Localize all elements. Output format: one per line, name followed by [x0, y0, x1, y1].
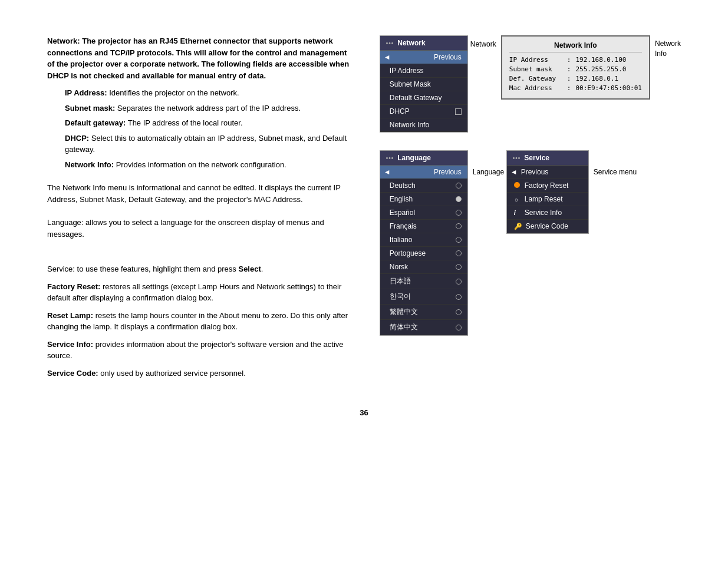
- subnet-mask-desc: Separates the network address part of th…: [115, 104, 301, 113]
- lang-norsk[interactable]: Norsk: [380, 260, 467, 274]
- service-menu-header: ••• Service: [507, 151, 588, 166]
- language-side-label: Language: [473, 150, 504, 176]
- lang-japanese[interactable]: 日本語: [380, 274, 467, 289]
- page-number: 36: [47, 408, 681, 417]
- deutsch-radio: [456, 183, 462, 189]
- subnet-mask-def: Subnet mask: Separates the network addre…: [65, 103, 356, 114]
- network-info-panel-title: Network Info: [509, 41, 642, 52]
- factory-reset-menu-label: Factory Reset: [525, 181, 569, 190]
- service-prev-label: Previous: [521, 168, 549, 176]
- prev-arrow: ◄: [384, 53, 391, 61]
- lang-korean[interactable]: 한국어: [380, 289, 467, 305]
- service-code-label: Service Code:: [47, 369, 98, 378]
- service-code-desc: only used by authorized service personne…: [98, 369, 246, 378]
- lang-espanol[interactable]: Español: [380, 206, 467, 220]
- network-menu-title: Network: [397, 39, 425, 47]
- prev-label: Previous: [434, 53, 462, 61]
- network-info-label: Network Info:: [65, 160, 114, 169]
- network-info-item[interactable]: Network Info: [380, 118, 467, 132]
- select-bold: Select: [238, 265, 261, 273]
- service-prev-item[interactable]: ◄ Previous: [507, 166, 588, 179]
- default-gateway-desc: The IP address of the local router.: [126, 118, 242, 127]
- default-gateway-label: Default gateway:: [65, 118, 126, 127]
- lang-prev-label: Previous: [434, 168, 462, 176]
- dhcp-checkbox[interactable]: [455, 108, 462, 115]
- info-row-gateway: Def. Gateway : 192.168.0.1: [509, 75, 642, 82]
- simp-chinese-radio: [456, 325, 462, 330]
- network-label: Network: The projector has an RJ45 Ether…: [47, 37, 349, 80]
- network-menu-box: ••• Network ◄ Previous IP Address Subnet…: [380, 35, 468, 133]
- english-radio: [456, 196, 462, 202]
- subnet-mask-label: Subnet mask:: [65, 104, 115, 113]
- menu-dots: •••: [386, 40, 394, 47]
- factory-reset-item[interactable]: Factory Reset: [507, 179, 588, 193]
- network-info-paragraph: The Network Info menu is informational a…: [47, 182, 356, 205]
- default-gateway-def: Default gateway: The IP address of the l…: [65, 117, 356, 129]
- network-gateway-item[interactable]: Default Gateway: [380, 91, 467, 105]
- lang-traditional-chinese[interactable]: 繁體中文: [380, 305, 467, 320]
- network-menu-header: ••• Network: [380, 36, 467, 51]
- network-intro-paragraph: Network: The projector has an RJ45 Ether…: [47, 35, 356, 81]
- language-menu-title: Language: [397, 154, 431, 162]
- info-icon: i: [514, 209, 521, 216]
- language-menu-header: ••• Language: [380, 151, 467, 166]
- service-code-def: Service Code: only used by authorized se…: [47, 368, 356, 379]
- espanol-radio: [456, 210, 462, 216]
- service-intro: Service: to use these features, highligh…: [47, 263, 356, 275]
- network-info-side-label: Network Info: [655, 35, 681, 59]
- language-paragraph: Language: allows you to select a languag…: [47, 217, 356, 240]
- lang-simplified-chinese[interactable]: 简体中文: [380, 320, 467, 335]
- language-menu-dots: •••: [386, 155, 394, 161]
- network-prev-item[interactable]: ◄ Previous: [380, 51, 467, 64]
- network-dhcp-item[interactable]: DHCP: [380, 105, 467, 118]
- service-info-menu-label: Service Info: [525, 209, 562, 217]
- service-menu-screenshot: ••• Service ◄ Previous Factory Reset ☼ L…: [506, 150, 637, 234]
- service-code-item[interactable]: 🔑 Service Code: [507, 220, 588, 233]
- service-info-item[interactable]: i Service Info: [507, 206, 588, 220]
- dhcp-desc: Select this to automatically obtain an I…: [65, 134, 347, 154]
- info-row-ip: IP Address : 192.168.0.100: [509, 56, 642, 64]
- francais-radio: [456, 223, 462, 229]
- diagrams-column: ••• Network ◄ Previous IP Address Subnet…: [380, 35, 681, 385]
- lamp-reset-item[interactable]: ☼ Lamp Reset: [507, 193, 588, 206]
- service-prev-arrow: ◄: [510, 168, 518, 176]
- service-menu-dots: •••: [513, 155, 521, 161]
- network-ip-item[interactable]: IP Address: [380, 64, 467, 78]
- service-info-label: Service Info:: [47, 340, 93, 349]
- network-label-side: Network: [470, 35, 496, 48]
- factory-reset-label: Factory Reset:: [47, 282, 100, 291]
- dhcp-def: DHCP: Select this to automatically obtai…: [65, 133, 356, 156]
- ip-address-label: IP Address:: [65, 88, 107, 97]
- portoguese-radio: [456, 250, 462, 256]
- service-side-label: Service menu: [594, 150, 637, 176]
- service-text: Service: to use these features, highligh…: [47, 265, 238, 273]
- key-icon: 🔑: [514, 223, 522, 230]
- lang-prev-arrow: ◄: [384, 168, 391, 176]
- info-row-subnet: Subnet mask : 255.255.255.0: [509, 65, 642, 73]
- network-subnet-item[interactable]: Subnet Mask: [380, 78, 467, 91]
- service-info-def: Service Info: provides information about…: [47, 339, 356, 362]
- text-column: Network: The projector has an RJ45 Ether…: [47, 35, 356, 385]
- indent-definitions: IP Address: Identifies the projector on …: [65, 87, 356, 170]
- lang-portoguese[interactable]: Portoguese: [380, 247, 467, 260]
- reset-lamp-def: Reset Lamp: resets the lamp hours counte…: [47, 310, 356, 333]
- lang-deutsch[interactable]: Deutsch: [380, 179, 467, 193]
- language-menu-box: ••• Language ◄ Previous Deutsch English …: [380, 150, 468, 336]
- reset-lamp-label: Reset Lamp:: [47, 311, 93, 320]
- lamp-reset-menu-label: Lamp Reset: [525, 195, 563, 203]
- language-prev-item[interactable]: ◄ Previous: [380, 166, 467, 179]
- service-code-menu-label: Service Code: [526, 222, 568, 230]
- korean-radio: [456, 294, 462, 300]
- service-menu-box: ••• Service ◄ Previous Factory Reset ☼ L…: [506, 150, 589, 234]
- ip-address-def: IP Address: Identifies the projector on …: [65, 87, 356, 99]
- italiano-radio: [456, 237, 462, 243]
- norsk-radio: [456, 264, 462, 270]
- japanese-radio: [456, 279, 462, 285]
- service-menu-title: Service: [524, 154, 549, 162]
- orange-dot-icon: [514, 182, 521, 189]
- lang-italiano[interactable]: Italiano: [380, 233, 467, 247]
- lang-francais[interactable]: Français: [380, 220, 467, 233]
- factory-reset-def: Factory Reset: restores all settings (ex…: [47, 281, 356, 304]
- language-menu-screenshot: ••• Language ◄ Previous Deutsch English …: [380, 150, 504, 336]
- lang-english[interactable]: English: [380, 193, 467, 206]
